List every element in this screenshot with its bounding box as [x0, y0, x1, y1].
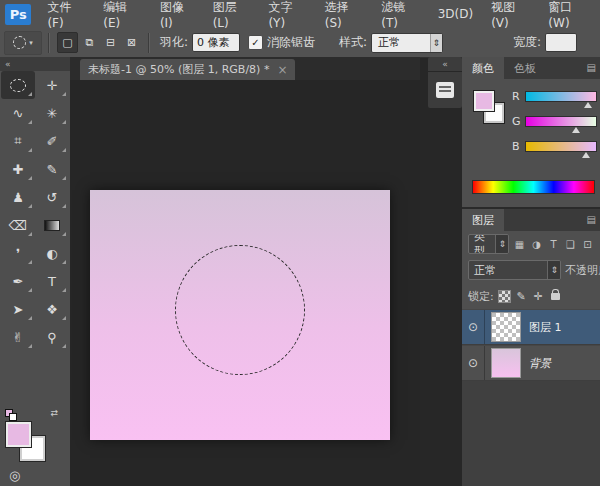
- hand-tool[interactable]: ✌: [1, 323, 35, 351]
- filter-adjustment-layers-icon[interactable]: ◑: [530, 239, 543, 250]
- history-brush-icon: ↺: [47, 190, 58, 205]
- blue-slider[interactable]: [525, 141, 597, 152]
- blend-mode-value: 正常: [474, 263, 496, 278]
- clone-stamp-tool[interactable]: ♟: [1, 183, 35, 211]
- green-slider[interactable]: [525, 116, 597, 127]
- tab-color[interactable]: 颜色: [462, 57, 504, 79]
- document-tab[interactable]: 未标题-1 @ 50% (图层 1, RGB/8) * ×: [80, 59, 295, 80]
- history-brush-tool[interactable]: ↺: [35, 183, 69, 211]
- menu-type[interactable]: 文字(Y): [259, 0, 315, 28]
- gradient-tool[interactable]: [35, 211, 69, 239]
- toolbar-collapse-button[interactable]: «: [0, 57, 70, 71]
- magic-wand-tool[interactable]: ✳: [35, 99, 69, 127]
- background-thumbnail[interactable]: [491, 348, 521, 378]
- document-tab-bar: 未标题-1 @ 50% (图层 1, RGB/8) * ×: [70, 57, 420, 80]
- menu-layer[interactable]: 图层(L): [204, 0, 260, 28]
- intersect-selection-button[interactable]: ⊠: [122, 33, 141, 52]
- lock-position-icon[interactable]: ✛: [532, 290, 545, 303]
- width-input[interactable]: [545, 33, 577, 52]
- subtract-from-selection-button[interactable]: ⊟: [101, 33, 120, 52]
- blend-mode-select[interactable]: 正常 ⇕: [468, 260, 561, 280]
- elliptical-marquee-tool[interactable]: [1, 71, 35, 99]
- lock-image-pixels-icon[interactable]: ✎: [515, 290, 528, 303]
- feather-label: 羽化:: [160, 34, 188, 51]
- shape-tool[interactable]: ❖: [35, 295, 69, 323]
- menu-image[interactable]: 图像(I): [151, 0, 204, 28]
- red-slider-handle[interactable]: [584, 102, 592, 108]
- tool-preset-button[interactable]: ▾: [4, 31, 42, 55]
- visibility-eye-icon[interactable]: ⊙: [462, 310, 485, 344]
- feather-input[interactable]: 0 像素: [192, 33, 240, 52]
- antialias-checkbox[interactable]: ✓: [248, 35, 263, 50]
- tab-swatches[interactable]: 色板: [504, 57, 546, 79]
- default-colors-icon[interactable]: [5, 409, 17, 421]
- style-value: 正常: [378, 35, 400, 50]
- layers-empty-area: [462, 381, 600, 486]
- new-selection-button[interactable]: ▢: [57, 32, 78, 53]
- menu-view[interactable]: 视图(V): [482, 0, 539, 28]
- blur-tool[interactable]: ❜: [1, 239, 35, 267]
- quick-mask-button[interactable]: ◎: [9, 468, 31, 484]
- zoom-tool[interactable]: ⚲: [35, 323, 69, 351]
- options-bar: ▾ ▢ ⧉ ⊟ ⊠ 羽化: 0 像素 ✓ 消除锯齿 样式: 正常 ⇕ 宽度:: [0, 28, 600, 58]
- color-panel: R G B: [462, 79, 600, 207]
- add-to-selection-button[interactable]: ⧉: [80, 33, 99, 52]
- color-swatches-block: ⇄: [4, 409, 66, 461]
- close-tab-icon[interactable]: ×: [277, 63, 287, 77]
- menu-window[interactable]: 窗口(W): [539, 0, 600, 28]
- collapsed-panel-icon[interactable]: [436, 82, 454, 98]
- check-icon: ✓: [251, 37, 259, 48]
- filter-shape-layers-icon[interactable]: ❑: [564, 239, 577, 250]
- color-spectrum-bar[interactable]: [472, 180, 595, 194]
- layer-filter-select[interactable]: 类型 ⇕: [468, 234, 509, 254]
- crop-tool[interactable]: ⌗: [1, 127, 35, 155]
- panel-menu-icon[interactable]: ▤: [587, 62, 596, 73]
- filter-pixel-layers-icon[interactable]: ▦: [513, 239, 526, 250]
- style-select[interactable]: 正常 ⇕: [371, 33, 443, 53]
- shape-icon: ❖: [46, 302, 58, 317]
- dropdown-caret-icon: ▾: [29, 39, 33, 47]
- type-icon: T: [48, 274, 56, 289]
- document-canvas[interactable]: [90, 190, 390, 440]
- filter-type-layers-icon[interactable]: T: [547, 239, 560, 250]
- eyedropper-tool[interactable]: ✐: [35, 127, 69, 155]
- blue-slider-handle[interactable]: [582, 152, 590, 158]
- menu-filter[interactable]: 滤镜(T): [372, 0, 428, 28]
- panel-dock: 颜色 色板 ▤ R G B: [462, 57, 600, 486]
- lasso-icon: ∿: [13, 106, 24, 121]
- menu-file[interactable]: 文件(F): [38, 0, 94, 28]
- tab-layers[interactable]: 图层: [462, 209, 504, 231]
- dodge-tool[interactable]: ◐: [35, 239, 69, 267]
- layer-row-background[interactable]: ⊙ 背景: [462, 345, 600, 381]
- healing-brush-tool[interactable]: ✚: [1, 155, 35, 183]
- type-tool[interactable]: T: [35, 267, 69, 295]
- dock-collapse-button[interactable]: «: [428, 57, 462, 71]
- menu-3d[interactable]: 3D(D): [429, 0, 482, 28]
- menu-edit[interactable]: 编辑(E): [94, 0, 151, 28]
- visibility-eye-icon[interactable]: ⊙: [462, 346, 485, 380]
- foreground-color-swatch[interactable]: [6, 422, 31, 447]
- layer-row-layer1[interactable]: ⊙ 图层 1: [462, 309, 600, 345]
- brush-tool[interactable]: ✎: [35, 155, 69, 183]
- path-selection-tool[interactable]: ➤: [1, 295, 35, 323]
- divider: [148, 33, 150, 53]
- swap-colors-icon[interactable]: ⇄: [50, 408, 58, 418]
- style-label: 样式:: [339, 34, 367, 51]
- green-slider-handle[interactable]: [572, 127, 580, 133]
- blue-slider-label: B: [512, 140, 525, 153]
- lock-transparent-pixels-icon[interactable]: [498, 290, 511, 303]
- red-slider[interactable]: [525, 91, 597, 102]
- pen-tool[interactable]: ✒: [1, 267, 35, 295]
- layers-panel-menu-icon[interactable]: ▤: [587, 214, 596, 225]
- foreground-color-swatch[interactable]: [474, 91, 494, 111]
- hand-icon: ✌: [13, 330, 24, 345]
- filter-smart-objects-icon[interactable]: ⊡: [581, 239, 594, 250]
- layer1-thumbnail[interactable]: [491, 312, 521, 342]
- move-tool[interactable]: ✛: [35, 71, 69, 99]
- updown-arrows-icon: ⇕: [495, 235, 508, 253]
- lasso-tool[interactable]: ∿: [1, 99, 35, 127]
- canvas-viewport[interactable]: [70, 80, 420, 486]
- menu-select[interactable]: 选择(S): [316, 0, 373, 28]
- eraser-tool[interactable]: ⌫: [1, 211, 35, 239]
- lock-all-icon[interactable]: [551, 293, 560, 300]
